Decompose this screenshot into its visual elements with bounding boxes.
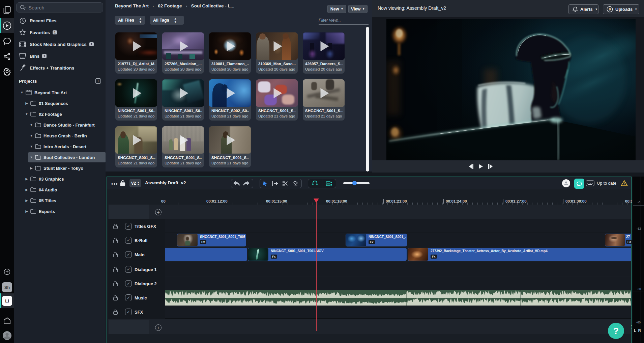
svg-text:0: 0 xyxy=(609,7,611,11)
